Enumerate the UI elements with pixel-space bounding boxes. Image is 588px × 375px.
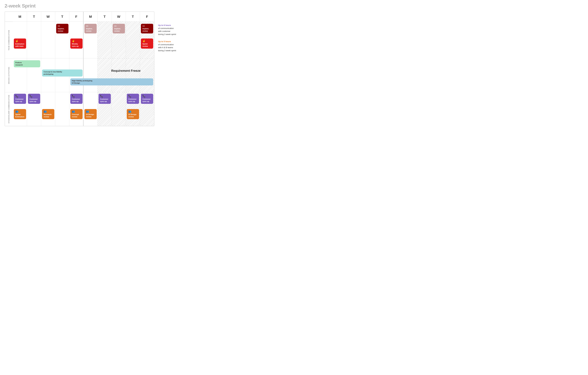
people-icon-5: 👥 xyxy=(128,110,137,113)
estimation-label: Estimationwith team xyxy=(15,43,25,47)
design-act-section: Featureresearch Concept & low-fidelitypr… xyxy=(13,59,154,92)
weekly-sync-label: Weeklysync-up xyxy=(72,43,81,47)
team-comm-label: TEAM COMMUNICATION xyxy=(5,22,13,59)
phone-icon-6: 📞 xyxy=(142,95,152,97)
phone-icon-1: 📞 xyxy=(15,95,25,97)
day-w2-mon: M xyxy=(84,12,98,21)
hifi-proto-card: High-fidelity prototypingUI Design xyxy=(70,78,153,85)
feature-research-label: Featureresearch xyxy=(15,61,39,66)
hand-icon-2: ☝ xyxy=(72,40,81,42)
day-w2-wed: W xyxy=(112,12,126,21)
estimation-card: ☝ Estimationwith team xyxy=(14,39,26,49)
customer-syncup-w2-fri-label: Customersync-up xyxy=(142,98,152,103)
customer-hours-body: of communicationwith customerduring 2-we… xyxy=(158,27,192,36)
customer-syncup-w2-thu-label: Customersync-up xyxy=(128,98,137,103)
concept-review-label: Conceptreview xyxy=(72,113,81,118)
ui-design-review-w2-mon-label: UI Designreview xyxy=(86,113,95,118)
customer-syncup-w2-fri: 📞 Customersync-up xyxy=(141,94,153,104)
day-w2-tue: T xyxy=(98,12,112,21)
people-icon-3: 👥 xyxy=(72,110,81,113)
phone-icon-3: 📞 xyxy=(72,95,81,97)
impl-review-w1-label: Implem.review xyxy=(58,28,67,32)
research-review-card: 👥 Researchreview xyxy=(42,109,54,119)
customer-syncup-w1-mon-label: Customersync-up xyxy=(15,98,25,103)
customer-hours-title: Up to 6 hours xyxy=(158,24,192,27)
hifi-proto-label: High-fidelity prototypingUI Design xyxy=(72,80,152,84)
feature-research-card: Featureresearch xyxy=(14,60,40,67)
row-labels: TEAM COMMUNICATION DESIGN ACTIVITIES STA… xyxy=(5,12,13,126)
impl-review-w2-fri: <> Implem.review xyxy=(141,24,153,33)
team-hours-title: Up to 5 hours xyxy=(158,40,192,43)
weekly-sync-card: ☝ Weeklysync-up xyxy=(70,39,83,49)
stakeholder-comm-label: STAKEHOLDER COMMUNICATION xyxy=(5,92,13,126)
impl-review-w2-fri-label: Implem.review xyxy=(142,28,152,32)
day-w1-wed: W xyxy=(41,12,55,21)
impl-review-w2-mon-label: Implem.review xyxy=(86,28,95,32)
impl-review-w2-mon: <> Implem.review xyxy=(84,24,97,33)
customer-syncup-w2-tue: 📞 Customersync-up xyxy=(99,94,111,104)
sprint-review-card: ☝ Sprintreview xyxy=(141,39,153,49)
people-icon-1: 👥 xyxy=(15,110,25,113)
phone-icon-5: 📞 xyxy=(128,95,137,97)
code-icon: <> xyxy=(58,25,67,27)
customer-syncup-w1-mon: 📞 Customersync-up xyxy=(14,94,26,104)
customer-syncup-w2-thu: 📞 Customersync-up xyxy=(127,94,139,104)
code-icon-2: <> xyxy=(86,25,95,27)
day-w1-thu: T xyxy=(55,12,69,21)
people-icon-2: 👥 xyxy=(44,110,53,113)
day-w1-mon: M xyxy=(13,12,27,21)
team-hours-legend: Up to 5 hours of communicationwith A & B… xyxy=(158,40,192,52)
ui-design-review-w2-mon: 👥 UI Designreview xyxy=(84,109,97,119)
design-act-label: DESIGN ACTIVITIES xyxy=(5,59,13,92)
team-hours-body: of communicationwith A & B teamsduring 2… xyxy=(158,43,192,52)
page-title: 2-week Sprint xyxy=(5,3,192,9)
code-icon-3: <> xyxy=(114,25,123,27)
phone-icon-2: 📞 xyxy=(30,95,39,97)
stakeholder-comm-section: 📞 Customersync-up 📞 Customersync-up 📞 Cu… xyxy=(13,92,154,126)
grid: M T W T F M T W T F xyxy=(13,12,154,126)
sprint-review-label: Sprintreview xyxy=(142,43,152,47)
impl-review-w1: <> Implem.review xyxy=(56,24,68,33)
req-freeze-label: Requirement Freeze xyxy=(99,63,153,78)
day-w1-fri: F xyxy=(69,12,84,21)
ui-design-review-w2-thu-label: UI Designreview xyxy=(128,113,137,118)
impl-review-w2-wed-label: Implem.review xyxy=(114,28,123,32)
hand-icon: ☝ xyxy=(15,40,25,42)
sprint-chart: TEAM COMMUNICATION DESIGN ACTIVITIES STA… xyxy=(5,11,154,126)
customer-syncup-w1-tue-label: Customersync-up xyxy=(30,98,39,103)
team-comm-section: <> Implem.review <> Implem.review <> Imp… xyxy=(13,22,154,59)
research-review-label: Researchreview xyxy=(44,113,53,118)
concept-review-card: 👥 Conceptreview xyxy=(70,109,83,119)
concept-proto-card: Concept & low-fidelityprototyping xyxy=(42,70,83,77)
impl-review-w2-wed: <> Implem.review xyxy=(113,24,125,33)
day-w2-fri: F xyxy=(140,12,154,21)
customer-syncup-w1-fri: 📞 Customersync-up xyxy=(70,94,83,104)
legend: Up to 6 hours of communicationwith custo… xyxy=(158,11,192,126)
day-w1-tue: T xyxy=(27,12,41,21)
day-headers: M T W T F M T W T F xyxy=(13,12,154,22)
concept-proto-label: Concept & low-fidelityprototyping xyxy=(44,71,81,75)
day-w2-thu: T xyxy=(126,12,140,21)
customer-syncup-w2-tue-label: Customersync-up xyxy=(100,98,109,103)
sprint-estimation-card: 👥 SprintEstimation xyxy=(14,109,26,119)
code-icon-4: <> xyxy=(142,25,152,27)
customer-hours-legend: Up to 6 hours of communicationwith custo… xyxy=(158,24,192,36)
hand-icon-3: ☝ xyxy=(142,40,152,42)
customer-syncup-w1-fri-label: Customersync-up xyxy=(72,98,81,103)
people-icon-4: 👥 xyxy=(86,110,95,113)
customer-syncup-w1-tue: 📞 Customersync-up xyxy=(28,94,40,104)
sprint-estimation-label: SprintEstimation xyxy=(15,113,25,118)
phone-icon-4: 📞 xyxy=(100,95,109,97)
ui-design-review-w2-thu: 👥 UI Designreview xyxy=(127,109,139,119)
